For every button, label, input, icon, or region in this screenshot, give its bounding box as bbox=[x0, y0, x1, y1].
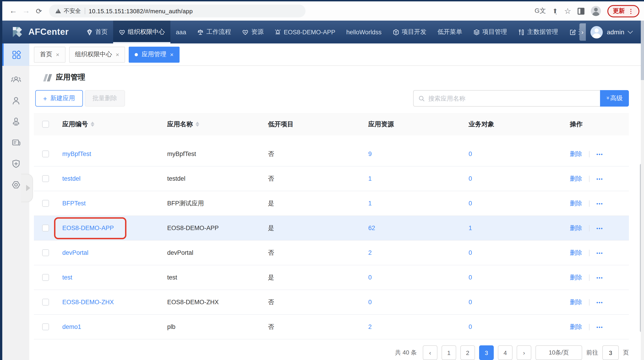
delete-link[interactable]: 删除 bbox=[570, 323, 582, 331]
app-code-link[interactable]: test bbox=[62, 274, 72, 281]
delete-link[interactable]: 删除 bbox=[570, 150, 582, 158]
close-icon[interactable]: × bbox=[116, 51, 119, 58]
app-code-link[interactable]: myBpfTest bbox=[62, 151, 91, 157]
delete-link[interactable]: 删除 bbox=[570, 224, 582, 232]
nav-item-master-data[interactable]: 主数据管理 bbox=[512, 20, 564, 43]
app-code-link[interactable]: EOS8-DEMO-ZHX bbox=[62, 299, 114, 306]
row-checkbox[interactable] bbox=[42, 175, 49, 182]
resources-count-link[interactable]: 9 bbox=[368, 151, 372, 157]
more-actions-icon[interactable]: ••• bbox=[596, 275, 603, 280]
more-actions-icon[interactable]: ••• bbox=[596, 324, 603, 330]
delete-link[interactable]: 删除 bbox=[570, 273, 582, 282]
objects-count-link[interactable]: 1 bbox=[468, 225, 472, 231]
browser-update-button[interactable]: 更新 ⋮ bbox=[607, 5, 640, 17]
objects-count-link[interactable]: 0 bbox=[468, 249, 472, 256]
more-actions-icon[interactable]: ••• bbox=[596, 200, 603, 206]
resources-count-link[interactable]: 1 bbox=[368, 175, 372, 182]
resources-count-link[interactable]: 0 bbox=[368, 274, 372, 281]
row-checkbox[interactable] bbox=[42, 249, 49, 256]
nav-item-workflow[interactable]: 工作流程 bbox=[192, 20, 236, 43]
app-code-link[interactable]: testdel bbox=[62, 175, 80, 182]
page-size-select[interactable]: 10条/页 bbox=[536, 345, 582, 360]
advanced-search-button[interactable]: « 高级 bbox=[600, 90, 629, 107]
row-checkbox[interactable] bbox=[42, 151, 49, 157]
search-input[interactable] bbox=[428, 95, 596, 102]
nav-overflow-chevron-icon[interactable]: › bbox=[579, 23, 586, 41]
nav-item-helloworldss[interactable]: helloWorldss bbox=[341, 20, 387, 43]
batch-delete-button[interactable]: 批量删除 bbox=[85, 90, 125, 107]
sidebar-item-shield-add[interactable] bbox=[10, 158, 21, 169]
nav-item-truncated[interactable]: 开 bbox=[564, 20, 579, 43]
app-code-link[interactable]: devPortal bbox=[62, 249, 88, 256]
col-app-code[interactable]: 应用编号 bbox=[57, 120, 162, 128]
back-icon[interactable]: ← bbox=[7, 6, 20, 15]
objects-count-link[interactable]: 0 bbox=[468, 151, 472, 157]
more-actions-icon[interactable]: ••• bbox=[596, 176, 603, 181]
bookmark-star-icon[interactable]: ☆ bbox=[564, 6, 572, 16]
browser-menu-icon[interactable]: ⋮ bbox=[628, 7, 634, 14]
translate-icon[interactable]: G文 bbox=[534, 7, 546, 15]
browser-profile-avatar[interactable] bbox=[591, 6, 601, 16]
nav-item-resources[interactable]: 资源 bbox=[236, 20, 269, 43]
new-app-button[interactable]: + 新建应用 bbox=[35, 90, 83, 107]
sort-icon[interactable] bbox=[91, 122, 94, 127]
close-icon[interactable]: × bbox=[56, 51, 59, 58]
user-menu[interactable]: admin bbox=[586, 20, 644, 43]
delete-link[interactable]: 删除 bbox=[570, 298, 582, 306]
sidebar-item-org-group[interactable] bbox=[10, 74, 21, 85]
col-app-name[interactable]: 应用名称 bbox=[162, 120, 262, 128]
window-scrollbar-thumb[interactable] bbox=[641, 20, 644, 80]
nav-item-lowcode-menu[interactable]: 低开菜单 bbox=[432, 20, 468, 43]
nav-item-home[interactable]: 首页 bbox=[80, 20, 113, 43]
row-checkbox[interactable] bbox=[42, 225, 49, 231]
tab-app-management[interactable]: 应用管理 × bbox=[129, 46, 179, 62]
more-actions-icon[interactable]: ••• bbox=[596, 250, 603, 255]
objects-count-link[interactable]: 0 bbox=[468, 323, 472, 330]
nav-item-org-auth-center[interactable]: 组织权限中心 bbox=[113, 20, 170, 43]
objects-count-link[interactable]: 0 bbox=[468, 200, 472, 207]
resources-count-link[interactable]: 1 bbox=[368, 200, 372, 207]
row-checkbox[interactable] bbox=[42, 274, 49, 281]
delete-link[interactable]: 删除 bbox=[570, 249, 582, 257]
page-button-1[interactable]: 1 bbox=[442, 345, 456, 360]
sidebar-item-stamp[interactable] bbox=[10, 116, 21, 127]
forward-icon[interactable]: → bbox=[20, 6, 32, 15]
page-button-2[interactable]: 2 bbox=[460, 345, 475, 360]
delete-link[interactable]: 删除 bbox=[570, 175, 582, 183]
row-checkbox[interactable] bbox=[42, 299, 49, 306]
resources-count-link[interactable]: 2 bbox=[368, 323, 372, 330]
sidebar-item-apps[interactable] bbox=[2, 43, 29, 66]
sidebar-item-settings[interactable] bbox=[10, 179, 21, 190]
app-code-link[interactable]: BFPTest bbox=[62, 200, 86, 207]
row-checkbox[interactable] bbox=[42, 323, 49, 330]
side-panel-icon[interactable] bbox=[578, 7, 584, 14]
nav-item-project-dev[interactable]: 项目开发 bbox=[387, 20, 432, 43]
nav-item-aaa[interactable]: aaa bbox=[170, 20, 192, 43]
next-page-button[interactable]: › bbox=[517, 345, 531, 360]
prev-page-button[interactable]: ‹ bbox=[423, 345, 438, 360]
nav-item-eos8-demo-app[interactable]: EOS8-DEMO-APP bbox=[269, 20, 341, 43]
objects-count-link[interactable]: 0 bbox=[468, 175, 472, 182]
tab-org-auth-center[interactable]: 组织权限中心 × bbox=[69, 46, 125, 62]
sidebar-item-user[interactable] bbox=[10, 95, 21, 106]
row-checkbox[interactable] bbox=[42, 200, 49, 207]
resources-count-link[interactable]: 2 bbox=[368, 249, 372, 256]
nav-item-project-mgmt[interactable]: 项目管理 bbox=[468, 20, 512, 43]
page-button-4[interactable]: 4 bbox=[498, 345, 512, 360]
close-icon[interactable]: × bbox=[170, 51, 173, 58]
resources-count-link[interactable]: 0 bbox=[368, 299, 372, 306]
app-code-link[interactable]: demo1 bbox=[62, 323, 81, 330]
address-bar[interactable]: 不安全 10.15.15.151:13082/#/menu_auth/app bbox=[49, 4, 306, 17]
sort-icon[interactable] bbox=[196, 122, 199, 127]
select-all-checkbox[interactable] bbox=[42, 121, 49, 128]
more-actions-icon[interactable]: ••• bbox=[596, 299, 603, 305]
sidebar-item-news[interactable] bbox=[10, 137, 21, 148]
more-actions-icon[interactable]: ••• bbox=[596, 151, 603, 157]
more-actions-icon[interactable]: ••• bbox=[596, 225, 603, 231]
page-button-3-active[interactable]: 3 bbox=[479, 345, 494, 360]
sidebar-expand-handle[interactable] bbox=[21, 174, 33, 202]
objects-count-link[interactable]: 0 bbox=[468, 274, 472, 281]
brand[interactable]: AFCenter bbox=[2, 20, 80, 43]
tab-home[interactable]: 首页 × bbox=[34, 46, 65, 62]
reload-icon[interactable]: ⟳ bbox=[32, 7, 45, 15]
